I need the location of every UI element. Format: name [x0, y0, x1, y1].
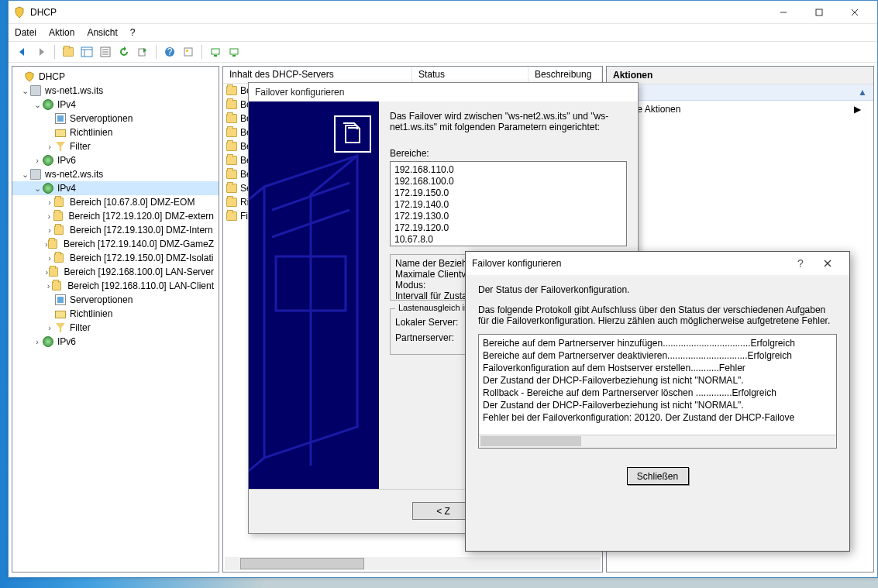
- props-icon[interactable]: [181, 44, 196, 60]
- tree-filter-2[interactable]: ›Filter: [12, 321, 219, 335]
- tree-ipv4-1[interactable]: ⌄IPv4: [12, 98, 219, 112]
- back-button[interactable]: [15, 44, 30, 60]
- net1-icon[interactable]: [208, 44, 223, 60]
- toolbar: ?: [9, 41, 877, 63]
- wizard-banner: [249, 101, 379, 489]
- menu-view[interactable]: Ansicht: [87, 27, 117, 38]
- tree-serveropts-1[interactable]: Serveroptionen: [12, 112, 219, 126]
- tree-ipv6-2[interactable]: ›IPv6: [12, 335, 219, 349]
- dhcp-icon: [13, 6, 26, 19]
- actions-sub[interactable]: ▲: [607, 84, 873, 101]
- svg-rect-15: [186, 50, 188, 52]
- status-log[interactable]: Bereiche auf dem Partnerserver hinzufüge…: [478, 334, 837, 449]
- menu-help[interactable]: ?: [130, 27, 136, 38]
- close-button[interactable]: [837, 1, 873, 24]
- list-header: Inhalt des DHCP-Servers Status Beschreib…: [223, 67, 602, 84]
- actions-header: Aktionen: [607, 67, 873, 84]
- maximize-button[interactable]: [801, 1, 837, 24]
- minimize-button[interactable]: [766, 1, 801, 24]
- svg-rect-16: [212, 49, 219, 54]
- h-scrollbar[interactable]: [225, 557, 601, 570]
- tree-scope[interactable]: ›Bereich [172.19.120.0] DMZ-extern: [12, 209, 219, 223]
- status-titlebar[interactable]: Failover konfigurieren ?: [466, 252, 849, 275]
- tree-scope[interactable]: ›Bereich [172.19.150.0] DMZ-Isolati: [12, 251, 219, 265]
- scopes-list[interactable]: 192.168.110.0192.168.100.0172.19.150.017…: [390, 161, 627, 246]
- refresh-icon[interactable]: [116, 44, 132, 60]
- svg-rect-1: [816, 9, 822, 15]
- status-intro1: Der Status der Failoverkonfiguration.: [478, 284, 837, 295]
- view-icon[interactable]: [79, 44, 95, 60]
- tree-ipv4-2[interactable]: ⌄IPv4: [12, 181, 219, 195]
- up-icon[interactable]: [60, 44, 76, 60]
- svg-text:?: ?: [167, 46, 173, 57]
- list-icon[interactable]: [98, 44, 113, 60]
- wizard-title[interactable]: Failover konfigurieren: [249, 83, 638, 101]
- net2-icon[interactable]: [226, 44, 242, 60]
- tree-scope[interactable]: ›Bereich [192.168.100.0] LAN-Server: [12, 265, 219, 279]
- wizard-intro: Das Failover wird zwischen "ws-net2.ws.i…: [390, 111, 627, 132]
- tree-policies-2[interactable]: Richtlinien: [12, 307, 219, 321]
- status-intro2: Das folgende Protokoll gibt Aufschluss ü…: [478, 304, 837, 326]
- menu-bar: Datei Aktion Ansicht ?: [9, 24, 877, 41]
- close-button[interactable]: Schließen: [627, 467, 689, 485]
- documents-icon: [334, 115, 371, 153]
- svg-rect-20: [249, 101, 379, 489]
- status-dialog: Failover konfigurieren ? Der Status der …: [465, 251, 850, 552]
- scopes-label: Bereiche:: [390, 148, 627, 159]
- menu-file[interactable]: Datei: [15, 27, 36, 38]
- tree-scope[interactable]: ›Bereich [192.168.110.0] LAN-Client: [12, 279, 219, 293]
- export-icon[interactable]: [135, 44, 150, 60]
- tree-root[interactable]: DHCP: [12, 70, 219, 84]
- tree-policies-1[interactable]: Richtlinien: [12, 126, 219, 139]
- svg-rect-17: [214, 55, 217, 57]
- tree-scope[interactable]: ›Bereich [10.67.8.0] DMZ-EOM: [12, 195, 219, 209]
- tree-pane[interactable]: DHCP ⌄ws-net1.ws.its ⌄IPv4 Serveroptione…: [12, 66, 219, 573]
- window-title: DHCP: [30, 7, 766, 18]
- close-icon[interactable]: [812, 257, 843, 270]
- help-button[interactable]: ?: [789, 257, 812, 270]
- tree-filter-1[interactable]: ›Filter: [12, 139, 219, 153]
- col-desc[interactable]: Beschreibung: [529, 67, 602, 83]
- tree-server1[interactable]: ⌄ws-net1.ws.its: [12, 84, 219, 98]
- svg-rect-19: [232, 55, 236, 57]
- tree-server2[interactable]: ⌄ws-net2.ws.its: [12, 167, 219, 181]
- col-content[interactable]: Inhalt des DHCP-Servers: [223, 67, 412, 83]
- svg-rect-4: [81, 47, 92, 57]
- actions-more[interactable]: eitere Aktionen▶: [607, 101, 873, 118]
- tree-serveropts-2[interactable]: Serveroptionen: [12, 293, 219, 307]
- svg-rect-18: [230, 49, 238, 54]
- tree-ipv6-1[interactable]: ›IPv6: [12, 153, 219, 167]
- tree-scope[interactable]: ›Bereich [172.19.130.0] DMZ-Intern: [12, 223, 219, 237]
- menu-action[interactable]: Aktion: [49, 27, 74, 38]
- help-icon[interactable]: ?: [162, 44, 177, 60]
- status-title-text: Failover konfigurieren: [472, 258, 561, 269]
- tree-scope[interactable]: ›Bereich [172.19.140.0] DMZ-GameZ: [12, 237, 219, 251]
- forward-button[interactable]: [33, 44, 49, 60]
- log-h-scrollbar[interactable]: [479, 435, 836, 448]
- titlebar[interactable]: DHCP: [9, 1, 877, 24]
- col-status[interactable]: Status: [412, 67, 529, 83]
